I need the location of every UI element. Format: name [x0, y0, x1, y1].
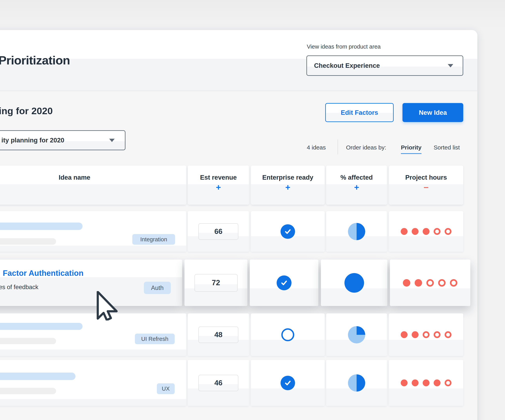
affected-pie[interactable] [348, 326, 365, 343]
chevron-down-icon [448, 64, 453, 67]
affected-pie[interactable] [348, 223, 365, 240]
project-hours-cell [389, 313, 463, 356]
sort-plus-indicator[interactable]: + [285, 183, 290, 192]
enterprise-ready-cell [251, 211, 325, 252]
hours-dot-empty[interactable] [445, 331, 451, 338]
column-label: Est revenue [200, 174, 237, 181]
est-revenue-cell: 72 [184, 259, 247, 306]
idea-cell[interactable]: UX [0, 360, 186, 406]
affected-cell [326, 360, 387, 406]
idea-cell[interactable]: Integration [0, 211, 186, 252]
skeleton-title-bar [0, 323, 82, 330]
enterprise-ready-indicator[interactable] [277, 275, 291, 290]
hours-dot-filled[interactable] [412, 331, 418, 338]
project-hours-dots[interactable] [403, 279, 457, 287]
hours-dot-empty[interactable] [423, 331, 429, 338]
idea-title-link[interactable]: Factor Authentication [3, 269, 83, 278]
est-revenue-input[interactable]: 72 [195, 274, 238, 292]
chevron-down-icon [109, 139, 115, 142]
hours-dot-empty[interactable] [445, 379, 451, 386]
section-heading: ing for 2020 [0, 105, 53, 116]
column-label: Project hours [405, 174, 447, 181]
hours-dot-filled[interactable] [412, 379, 418, 386]
column-label: Idea name [59, 174, 90, 181]
idea-list-select[interactable]: ity planning for 2020 [0, 130, 126, 150]
order-by-label: Order ideas by: [346, 144, 386, 151]
product-area-select[interactable]: Checkout Experience [306, 56, 463, 76]
project-hours-cell [389, 360, 463, 406]
sort-plus-indicator[interactable]: + [354, 183, 359, 192]
est-revenue-cell: 46 [188, 360, 249, 406]
enterprise-ready-cell [250, 259, 318, 306]
hours-dot-filled[interactable] [412, 228, 418, 235]
column-header-enterprise-ready[interactable]: Enterprise ready + [251, 166, 325, 205]
est-revenue-cell: 66 [188, 211, 249, 252]
hours-dot-filled[interactable] [423, 228, 429, 235]
affected-cell [321, 259, 387, 306]
edit-factors-button[interactable]: Edit Factors [325, 103, 394, 122]
est-revenue-input[interactable]: 66 [198, 223, 238, 240]
hours-dot-filled[interactable] [401, 331, 408, 338]
product-area-label: View ideas from product area [307, 43, 381, 50]
order-by-sorted-list-tab[interactable]: Sorted list [434, 144, 460, 151]
project-hours-dots[interactable] [401, 379, 451, 386]
project-hours-dots[interactable] [401, 331, 451, 338]
tag-badge: UI Refresh [135, 334, 175, 344]
idea-cell[interactable]: Factor Authentication es of feedback Aut… [0, 259, 182, 306]
skeleton-title-bar [0, 222, 82, 230]
tag-badge: Integration [132, 234, 175, 245]
enterprise-ready-cell [251, 360, 325, 406]
column-label: % affected [340, 174, 373, 181]
order-by-priority-tab[interactable]: Priority [401, 144, 422, 154]
page-title: Prioritization [0, 53, 70, 67]
hours-dot-empty[interactable] [434, 228, 441, 235]
hours-dot-filled[interactable] [401, 228, 408, 235]
hours-dot-filled[interactable] [403, 279, 410, 287]
project-hours-cell [389, 211, 463, 252]
sort-minus-indicator[interactable]: − [424, 183, 429, 192]
affected-pie[interactable] [348, 374, 365, 392]
prioritization-page: Prioritization View ideas from product a… [0, 0, 505, 420]
hours-dot-filled[interactable] [415, 279, 422, 287]
hours-dot-empty[interactable] [438, 279, 446, 287]
column-label: Enterprise ready [262, 174, 313, 181]
skeleton-subtitle-bar [0, 238, 56, 245]
tag-badge: UX [157, 383, 175, 394]
hours-dot-empty[interactable] [450, 279, 457, 287]
meta-divider [338, 139, 338, 154]
column-header-idea-name[interactable]: Idea name [0, 166, 186, 205]
hours-dot-filled[interactable] [423, 379, 429, 386]
est-revenue-input[interactable]: 48 [198, 327, 238, 343]
project-hours-cell [390, 259, 470, 306]
skeleton-subtitle-bar [0, 338, 56, 344]
hours-dot-filled[interactable] [401, 379, 408, 386]
sort-plus-indicator[interactable]: + [216, 183, 221, 192]
checkmark-icon [284, 227, 292, 236]
hours-dot-empty[interactable] [445, 228, 451, 235]
enterprise-ready-indicator[interactable] [281, 376, 295, 390]
project-hours-dots[interactable] [401, 228, 451, 235]
checkmark-icon [284, 379, 292, 387]
column-header-project-hours[interactable]: Project hours − [389, 166, 463, 205]
est-revenue-input[interactable]: 46 [198, 375, 238, 391]
product-area-selected-value: Checkout Experience [314, 62, 380, 69]
enterprise-ready-indicator[interactable] [281, 224, 295, 239]
hours-dot-empty[interactable] [434, 331, 441, 338]
ideas-count: 4 ideas [307, 144, 326, 151]
new-idea-button[interactable]: New Idea [403, 103, 463, 122]
affected-cell [326, 313, 387, 356]
enterprise-ready-cell [251, 313, 325, 356]
idea-list-selected-value: ity planning for 2020 [1, 136, 64, 144]
tag-badge: Auth [144, 282, 171, 294]
affected-cell [326, 211, 387, 252]
column-header-affected[interactable]: % affected + [326, 166, 387, 205]
column-header-est-revenue[interactable]: Est revenue + [188, 166, 249, 205]
skeleton-title-bar [0, 373, 76, 380]
idea-cell[interactable]: UI Refresh [0, 313, 186, 356]
mouse-cursor-icon [96, 291, 119, 321]
hours-dot-empty[interactable] [426, 279, 434, 287]
checkmark-icon [280, 278, 288, 287]
affected-pie[interactable] [344, 273, 364, 293]
enterprise-ready-indicator[interactable] [281, 328, 294, 341]
hours-dot-filled[interactable] [434, 379, 441, 386]
